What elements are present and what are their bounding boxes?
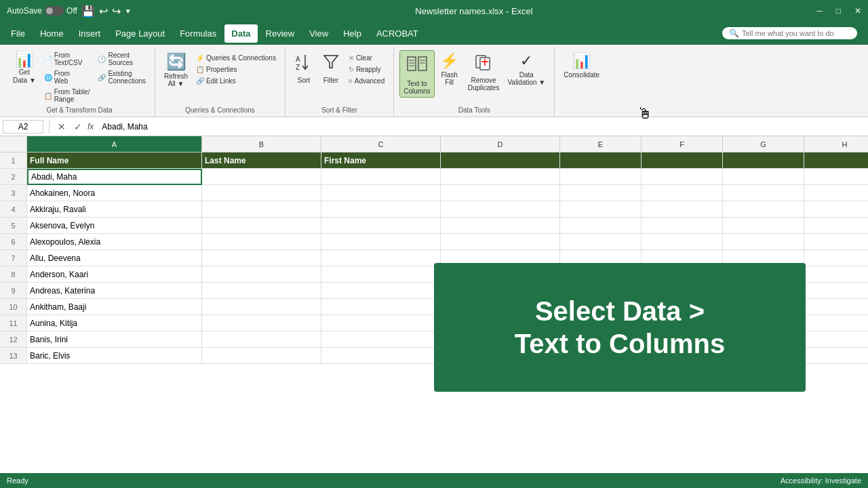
cell-5-h[interactable]: [804, 218, 868, 234]
cell-4-f[interactable]: [642, 201, 723, 218]
row-number[interactable]: 11: [0, 315, 27, 331]
cell-4-c[interactable]: [321, 201, 441, 218]
col-header-e[interactable]: E: [560, 136, 642, 152]
get-data-button[interactable]: 📊 GetData ▼: [9, 50, 39, 87]
cell-8-c[interactable]: [321, 266, 441, 283]
cell-2-e[interactable]: [560, 169, 642, 185]
cell-2-h[interactable]: [804, 169, 868, 185]
from-text-csv-button[interactable]: 📄 FromText/CSV: [41, 50, 94, 68]
menu-item-formulas[interactable]: Formulas: [173, 24, 223, 43]
menu-item-file[interactable]: File: [4, 24, 32, 43]
cell-7-c[interactable]: [321, 250, 441, 266]
remove-duplicates-button[interactable]: RemoveDuplicates: [465, 50, 503, 94]
cell-5-c[interactable]: [321, 218, 441, 234]
cell-4-d[interactable]: [441, 201, 560, 218]
data-validation-button[interactable]: ✓ DataValidation ▼: [504, 50, 549, 88]
cell-11-a[interactable]: Aunina, Kitija: [27, 315, 202, 331]
cell-3-a[interactable]: Ahokainen, Noora: [27, 185, 202, 201]
autosave-toggle[interactable]: AutoSave Off: [7, 6, 77, 16]
cell-10-c[interactable]: [321, 299, 441, 315]
search-input[interactable]: [742, 29, 850, 37]
cell-5-d[interactable]: [441, 218, 560, 234]
cell-3-c[interactable]: [321, 185, 441, 201]
col-header-g[interactable]: G: [723, 136, 804, 152]
row-number[interactable]: 10: [0, 299, 27, 315]
cell-2-c[interactable]: [321, 169, 441, 185]
menu-item-home[interactable]: Home: [33, 24, 71, 43]
cell-1-b[interactable]: Last Name: [202, 152, 321, 169]
quick-access-arrow[interactable]: ▼: [125, 7, 132, 15]
save-icon[interactable]: 💾: [81, 5, 95, 18]
cell-6-d[interactable]: [441, 234, 560, 250]
cell-4-h[interactable]: [804, 201, 868, 218]
cell-3-d[interactable]: [441, 185, 560, 201]
cell-5-g[interactable]: [723, 218, 804, 234]
cell-2-g[interactable]: [723, 169, 804, 185]
refresh-all-button[interactable]: 🔄 RefreshAll ▼: [161, 50, 191, 89]
row-number[interactable]: 3: [0, 185, 27, 201]
cell-6-h[interactable]: [804, 234, 868, 250]
row-number[interactable]: 1: [0, 152, 27, 169]
autosave-switch[interactable]: [45, 6, 64, 16]
cell-9-h[interactable]: [804, 283, 868, 299]
cell-1-f[interactable]: [642, 152, 723, 169]
cell-5-a[interactable]: Aksenova, Evelyn: [27, 218, 202, 234]
cell-2-b[interactable]: [202, 169, 321, 185]
cell-13-h[interactable]: [804, 348, 868, 364]
undo-icon[interactable]: ↩: [99, 5, 108, 18]
cell-1-c[interactable]: First Name: [321, 152, 441, 169]
cell-7-h[interactable]: [804, 250, 868, 266]
cell-12-h[interactable]: [804, 331, 868, 348]
cell-13-a[interactable]: Baric, Elvis: [27, 348, 202, 364]
cell-5-b[interactable]: [202, 218, 321, 234]
cell-1-g[interactable]: [723, 152, 804, 169]
cell-7-a[interactable]: Allu, Deevena: [27, 250, 202, 266]
cell-11-c[interactable]: [321, 315, 441, 331]
col-header-f[interactable]: F: [642, 136, 723, 152]
cell-6-b[interactable]: [202, 234, 321, 250]
cell-8-h[interactable]: [804, 266, 868, 283]
menu-item-pagelayout[interactable]: Page Layout: [108, 24, 172, 43]
cell-10-a[interactable]: Ankitham, Baaji: [27, 299, 202, 315]
cell-6-g[interactable]: [723, 234, 804, 250]
col-header-b[interactable]: B: [202, 136, 321, 152]
row-number[interactable]: 6: [0, 234, 27, 250]
col-header-a[interactable]: A: [27, 136, 202, 152]
cell-3-g[interactable]: [723, 185, 804, 201]
close-btn[interactable]: ✕: [854, 6, 861, 16]
cell-9-c[interactable]: [321, 283, 441, 299]
menu-item-insert[interactable]: Insert: [72, 24, 108, 43]
row-number[interactable]: 4: [0, 201, 27, 218]
cell-6-a[interactable]: Alexopoulos, Alexia: [27, 234, 202, 250]
cell-9-b[interactable]: [202, 283, 321, 299]
cell-12-b[interactable]: [202, 331, 321, 348]
row-number[interactable]: 13: [0, 348, 27, 364]
flash-fill-button[interactable]: ⚡ FlashFill: [436, 50, 463, 88]
cell-4-e[interactable]: [560, 201, 642, 218]
cell-13-c[interactable]: [321, 348, 441, 364]
menu-item-help[interactable]: Help: [336, 24, 368, 43]
edit-links-button[interactable]: 🔗 Edit Links: [193, 76, 279, 86]
search-box[interactable]: 🔍: [722, 27, 857, 39]
existing-connections-button[interactable]: 🔗 ExistingConnections: [94, 68, 149, 86]
clear-button[interactable]: ✕ Clear: [345, 53, 388, 63]
reapply-button[interactable]: ↻ Reapply: [345, 64, 388, 75]
cell-3-f[interactable]: [642, 185, 723, 201]
cell-10-b[interactable]: [202, 299, 321, 315]
cell-4-g[interactable]: [723, 201, 804, 218]
cell-6-c[interactable]: [321, 234, 441, 250]
properties-button[interactable]: 📋 Properties: [193, 64, 279, 75]
cell-3-e[interactable]: [560, 185, 642, 201]
sort-button[interactable]: A Z Sort: [291, 50, 317, 86]
cell-12-a[interactable]: Banis, Irini: [27, 331, 202, 348]
cell-8-a[interactable]: Anderson, Kaari: [27, 266, 202, 283]
cell-3-h[interactable]: [804, 185, 868, 201]
filter-button[interactable]: Filter: [318, 50, 344, 86]
row-number[interactable]: 2: [0, 169, 27, 185]
cell-4-b[interactable]: [202, 201, 321, 218]
row-number[interactable]: 9: [0, 283, 27, 299]
row-number[interactable]: 12: [0, 331, 27, 348]
cell-5-f[interactable]: [642, 218, 723, 234]
cell-9-a[interactable]: Andreas, Katerina: [27, 283, 202, 299]
menu-item-review[interactable]: Review: [259, 24, 302, 43]
